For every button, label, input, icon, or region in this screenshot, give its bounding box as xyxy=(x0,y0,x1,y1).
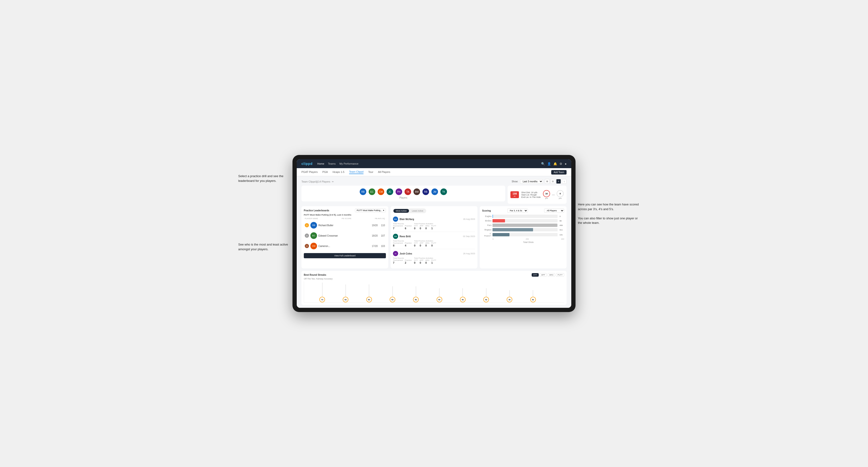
streak-filter-putt[interactable]: PUTT xyxy=(556,273,564,277)
search-icon[interactable]: 🔍 xyxy=(541,162,545,165)
lb-score-1: 19/20 xyxy=(372,224,378,227)
streak-filter-app[interactable]: APP xyxy=(540,273,547,277)
avatar-2[interactable]: EC xyxy=(368,188,376,195)
bar-row-dbogeys: D. Bogeys+ 131 xyxy=(482,232,564,237)
streak-point-5: 5x xyxy=(413,286,418,302)
scoring-card-header: Scoring Par 3, 4 & 5s All Players xyxy=(482,209,564,213)
subnav: PGAT Players PGA Hcaps 1-5 Team Clippd T… xyxy=(297,168,571,176)
pa-name-3: Josh Coles xyxy=(400,252,412,255)
lb-title: Practice Leaderboards xyxy=(304,209,329,212)
bar-chart: Eagles 3 Birdies xyxy=(482,215,564,237)
annotation-bottom-left: See who is the most and least active amo… xyxy=(238,242,290,251)
bell-icon[interactable]: 🔔 xyxy=(553,162,557,165)
avatar-8[interactable]: RB xyxy=(422,188,430,195)
bar-row-pars: Pars 499 xyxy=(482,224,564,227)
players-section: RB EC CM JC PH TA BM RB JM TK xyxy=(305,188,501,199)
view-full-leaderboard-button[interactable]: View Full Leaderboard xyxy=(304,253,386,258)
subnav-pgat[interactable]: PGAT Players xyxy=(302,170,318,174)
chart-x-axis: 0 200 400 xyxy=(482,238,564,240)
team-title-group: Team Clippd | 14 Players ✏ xyxy=(302,179,334,184)
subnav-pga[interactable]: PGA xyxy=(322,170,328,174)
bar-container-bogeys xyxy=(493,228,558,231)
team-header: Team Clippd | 14 Players ✏ Show: Last 3 … xyxy=(302,179,566,184)
three-col-section: Practice Leaderboards PUTT Must Make Put… xyxy=(302,206,566,269)
streaks-header: Best Round Streaks OTT APP ARG PUTT xyxy=(304,273,564,277)
tab-most-active[interactable]: Most Active xyxy=(394,209,409,213)
shot-circle-1: 16 xyxy=(543,190,550,197)
add-team-button[interactable]: Add Team xyxy=(551,170,566,175)
bar-container-pars xyxy=(493,224,558,227)
lb-card-header: Practice Leaderboards PUTT Must Make Put… xyxy=(304,209,386,212)
players-label: Players xyxy=(305,196,501,199)
view-grid-large[interactable]: ⊟ xyxy=(551,179,555,184)
chart-x-label: Total Shots xyxy=(482,241,564,243)
avatar-9[interactable]: JM xyxy=(431,188,438,195)
lb-name-3: Cameron... xyxy=(318,245,370,247)
view-sort[interactable]: ↕ xyxy=(562,179,566,184)
subnav-all-players[interactable]: All Players xyxy=(378,170,390,174)
settings-icon[interactable]: ⚙ xyxy=(559,162,562,165)
streak-point-2: 6x xyxy=(343,284,348,302)
avatar-10[interactable]: TK xyxy=(440,188,447,195)
pa-date-2: 02 Sep 2023 xyxy=(463,235,475,238)
active-players-card: Most Active Least Active BM Blair McHarg xyxy=(391,206,477,269)
bar-value-birdies: 96 xyxy=(559,220,564,222)
lb-header-row: PLAYER NAME PB SCORE PB AVG SQ xyxy=(304,217,386,220)
edit-icon[interactable]: ✏ xyxy=(332,181,334,183)
show-label: Show: xyxy=(512,180,518,183)
streak-point-6: 4x xyxy=(437,288,442,302)
active-tabs: Most Active Least Active xyxy=(393,209,426,213)
annotation-right: Here you can see how the team have score… xyxy=(578,202,642,225)
streak-point-8: 4x xyxy=(483,288,489,302)
streak-point-1: 7x xyxy=(319,283,325,302)
streak-point-7: 4x xyxy=(460,288,466,302)
avatar-icon[interactable]: ● xyxy=(565,162,566,165)
person-icon[interactable]: 👤 xyxy=(547,162,551,165)
lb-rank-1: 1 xyxy=(305,223,309,227)
nav-my-performance[interactable]: My Performance xyxy=(339,162,359,165)
bar-row-bogeys: Bogeys 311 xyxy=(482,228,564,231)
annotation-top-left: Select a practice drill and see the lead… xyxy=(238,174,290,183)
lb-score-2: 18/20 xyxy=(372,235,378,237)
bar-label-dbogeys: D. Bogeys+ xyxy=(482,232,492,237)
subnav-tour[interactable]: Tour xyxy=(368,170,373,174)
avatar-6[interactable]: TA xyxy=(404,188,412,195)
tab-least-active[interactable]: Least Active xyxy=(409,209,426,213)
view-grid-small[interactable]: ⊞ xyxy=(545,179,550,184)
lb-avatar-2: EC xyxy=(310,232,317,239)
nav-home[interactable]: Home xyxy=(317,162,324,165)
players-card: RB EC CM JC PH TA BM RB JM TK xyxy=(302,186,505,201)
shot-card: 198 sc Shot Dist: 16 yds Start Lie: Roug… xyxy=(507,186,566,204)
lb-avatar-3: CM xyxy=(310,243,317,249)
shot-circles: 16 yds — 0 yds xyxy=(543,190,564,199)
streaks-chart: 7x 6x 6x 5x xyxy=(304,281,564,303)
streak-filter-ott[interactable]: OTT xyxy=(532,273,539,277)
avatar-7[interactable]: BM xyxy=(413,188,421,195)
main-content: Team Clippd | 14 Players ✏ Show: Last 3 … xyxy=(297,176,571,308)
show-select[interactable]: Last 3 months xyxy=(520,179,543,184)
pa-date-3: 26 Aug 2023 xyxy=(463,252,475,255)
avatar-4[interactable]: JC xyxy=(386,188,394,195)
bar-fill-birdies xyxy=(493,219,505,222)
streak-filter-arg[interactable]: ARG xyxy=(548,273,555,277)
view-list[interactable]: ≡ xyxy=(556,179,561,184)
subnav-hcaps[interactable]: Hcaps 1-5 xyxy=(333,170,344,174)
players-row: RB EC CM JC PH TA BM RB JM TK xyxy=(305,188,501,195)
brand-logo: clippd xyxy=(302,162,312,165)
nav-teams[interactable]: Teams xyxy=(328,162,336,165)
lb-avg-2: 107 xyxy=(381,235,385,237)
lb-dropdown[interactable]: PUTT Must Make Putting... ▾ xyxy=(355,209,386,212)
scoring-filter-par[interactable]: Par 3, 4 & 5s xyxy=(507,209,528,213)
avatar-5[interactable]: PH xyxy=(395,188,403,195)
avatar-3[interactable]: CM xyxy=(377,188,385,195)
subnav-team-clippd[interactable]: Team Clippd xyxy=(349,170,364,174)
avatar-1[interactable]: RB xyxy=(359,188,367,195)
lb-rank-2: 2 xyxy=(305,234,309,238)
view-icons: ⊞ ⊟ ≡ ↕ xyxy=(545,179,566,184)
streaks-card: Best Round Streaks OTT APP ARG PUTT Off … xyxy=(302,271,566,305)
scoring-filter-players[interactable]: All Players xyxy=(544,209,564,213)
team-title: Team Clippd | 14 Players xyxy=(302,180,331,183)
shot-dash: — xyxy=(552,193,555,196)
lb-rank-3: 3 xyxy=(305,244,309,248)
player-activity-row-3: JC Josh Coles 26 Aug 2023 Total Rounds xyxy=(393,249,475,266)
